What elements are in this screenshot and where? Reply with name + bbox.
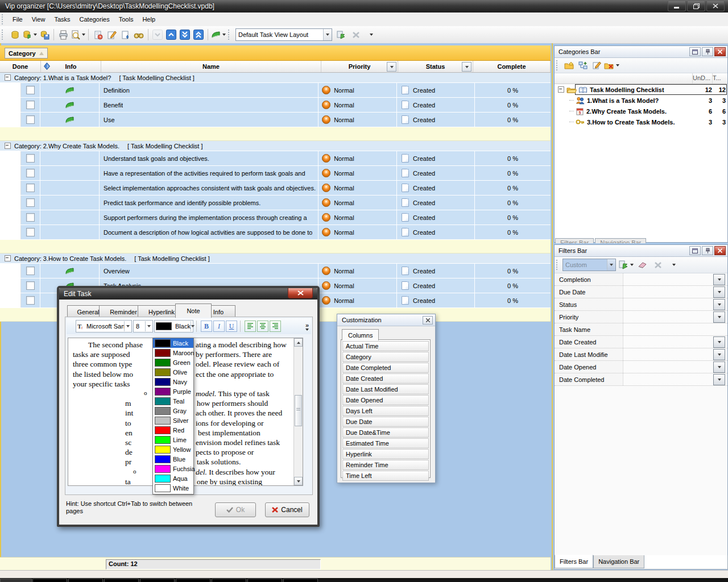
color-option-red[interactable]: Red xyxy=(153,425,193,435)
font-size-dropdown-button[interactable] xyxy=(145,321,152,331)
filter-value-field[interactable] xyxy=(623,323,727,335)
align-left-button[interactable] xyxy=(245,321,256,332)
task-group-row[interactable]: Category: 3.How to Create Task Models.[ … xyxy=(0,253,551,264)
filter-dropdown-button[interactable] xyxy=(713,274,725,285)
toolbar-button-duplicate-task[interactable] xyxy=(119,28,131,41)
task-group-row[interactable]: Category: 1.What is a Task Model?[ Task … xyxy=(0,73,551,83)
filter-value-field[interactable] xyxy=(623,273,727,285)
filter-value-field[interactable] xyxy=(623,286,727,298)
collapse-tree-icon[interactable] xyxy=(558,86,564,93)
done-checkbox[interactable] xyxy=(26,169,35,177)
categories-pin-button[interactable] xyxy=(702,47,713,56)
scroll-thumb[interactable] xyxy=(295,395,302,426)
toolbar-button-open-database[interactable] xyxy=(22,28,37,41)
filters-pin-button[interactable] xyxy=(702,246,713,255)
toolbar-button-new-task[interactable] xyxy=(92,28,104,41)
column-header-undone[interactable]: UnD... xyxy=(692,73,712,84)
ok-button[interactable]: Ok xyxy=(215,502,256,517)
color-option-gray[interactable]: Gray xyxy=(153,406,193,415)
menu-item-tools[interactable]: Tools xyxy=(114,14,138,24)
column-chip[interactable]: Time Left xyxy=(342,471,429,481)
color-option-olive[interactable]: Olive xyxy=(153,367,193,377)
done-checkbox[interactable] xyxy=(26,115,35,124)
task-row[interactable]: Understand task goals and objectives.Nor… xyxy=(0,151,551,166)
task-row[interactable]: OverviewNormalCreated0 % xyxy=(0,264,551,278)
taskbar-window-button[interactable] xyxy=(68,579,103,582)
column-chip[interactable]: Actual Time xyxy=(342,341,429,351)
filter-value-field[interactable] xyxy=(623,298,727,310)
column-header-status[interactable]: Status xyxy=(398,61,473,72)
taskbar-window-button[interactable] xyxy=(247,579,282,582)
filter-dropdown-button[interactable] xyxy=(713,361,725,373)
toolbar-button-delete-category[interactable] xyxy=(604,59,619,72)
notes-icon[interactable] xyxy=(65,101,75,110)
done-checkbox[interactable] xyxy=(26,184,35,192)
edit-task-close-button[interactable] xyxy=(288,288,313,298)
menu-item-view[interactable]: View xyxy=(27,14,50,24)
column-chip[interactable]: Estimated Time xyxy=(342,438,429,448)
task-row[interactable]: Have a representation of the activities … xyxy=(0,166,551,181)
toolbar-button-edit-task[interactable] xyxy=(105,28,118,41)
task-row[interactable]: Document a description of how logical ac… xyxy=(0,225,551,240)
filter-value-field[interactable] xyxy=(623,311,727,323)
toolbar-button-new-category[interactable] xyxy=(563,59,576,72)
task-row[interactable]: UseNormalCreated0 % xyxy=(0,113,551,127)
toolbar-button-find[interactable] xyxy=(133,28,145,41)
column-header-done[interactable]: Done xyxy=(0,61,41,72)
group-by-chip[interactable]: Category xyxy=(5,48,48,59)
category-tree-item[interactable]: 3.How to Create Task Models.33 xyxy=(555,117,727,127)
color-option-navy[interactable]: Navy xyxy=(153,377,193,386)
layout-combo[interactable]: Default Task View Layout xyxy=(235,28,332,41)
filters-close-button[interactable] xyxy=(714,246,726,255)
toolbar-button-apply-filter[interactable] xyxy=(618,259,634,271)
task-row[interactable]: DefinitionNormalCreated0 % xyxy=(0,83,551,98)
done-checkbox[interactable] xyxy=(26,267,35,275)
toolbar-button-save-database[interactable] xyxy=(38,28,51,41)
color-option-blue[interactable]: Blue xyxy=(153,454,193,464)
done-checkbox[interactable] xyxy=(26,296,35,305)
done-checkbox[interactable] xyxy=(26,228,35,236)
toolbar-button-move-down[interactable] xyxy=(151,28,164,41)
task-row[interactable]: Select implementation approaches consist… xyxy=(0,181,551,196)
column-filter-button[interactable] xyxy=(387,62,396,72)
column-chip[interactable]: Date Opened xyxy=(342,395,429,405)
cancel-button[interactable]: Cancel xyxy=(265,502,309,517)
task-row[interactable]: Predict task performance and identify po… xyxy=(0,196,551,210)
category-tree-item[interactable]: 52.Why Create Task Models.66 xyxy=(555,106,727,117)
taskbar-start-segment[interactable] xyxy=(0,579,32,582)
done-checkbox[interactable] xyxy=(26,86,35,94)
filter-dropdown-button[interactable] xyxy=(713,349,725,360)
done-checkbox[interactable] xyxy=(26,213,35,222)
filter-dropdown-button[interactable] xyxy=(713,374,725,385)
toolbar-button-new-database[interactable] xyxy=(9,28,21,41)
bottom-tab-filters-bar[interactable]: Filters Bar xyxy=(555,555,593,568)
toolbar-overflow-button[interactable] xyxy=(364,28,377,41)
font-color-dropdown-button[interactable] xyxy=(191,321,195,331)
align-right-button[interactable] xyxy=(270,321,281,332)
windows-taskbar[interactable] xyxy=(0,578,728,582)
font-name-combo[interactable]: TrMicrosoft Sans xyxy=(76,320,132,332)
toolbar-button-delete-layout[interactable] xyxy=(350,28,362,41)
task-group-row[interactable]: Category: 2.Why Create Task Models.[ Tas… xyxy=(0,141,551,151)
task-row[interactable]: Support performers during the implementa… xyxy=(0,210,551,225)
toolbar-button-apply-layout[interactable] xyxy=(334,28,347,41)
toolbar-button-clear-filter[interactable] xyxy=(636,259,649,271)
underline-button[interactable]: U xyxy=(226,321,237,332)
column-filter-button[interactable] xyxy=(462,62,471,72)
filter-value-field[interactable] xyxy=(623,361,727,373)
scroll-up-button[interactable] xyxy=(294,338,303,347)
column-header-info[interactable]: Info xyxy=(41,61,101,72)
menu-item-help[interactable]: Help xyxy=(138,14,160,24)
menu-item-categories[interactable]: Categories xyxy=(75,14,114,24)
toolbar-button-print-preview[interactable] xyxy=(71,28,85,41)
italic-button[interactable]: I xyxy=(213,321,225,332)
column-chip[interactable]: Date Last Modified xyxy=(342,384,429,394)
filters-restore-button[interactable] xyxy=(689,246,701,255)
toolbar-button-print[interactable] xyxy=(57,28,69,41)
column-chip[interactable]: Reminder Time xyxy=(342,460,429,470)
toolbar-button-delete-filter[interactable] xyxy=(652,259,664,271)
filter-preset-dropdown-button[interactable] xyxy=(607,259,615,271)
column-chip[interactable]: Category xyxy=(342,352,429,362)
toolbar-button-edit-category[interactable] xyxy=(590,59,603,72)
toolbar-button-move-to-top[interactable] xyxy=(192,28,205,41)
